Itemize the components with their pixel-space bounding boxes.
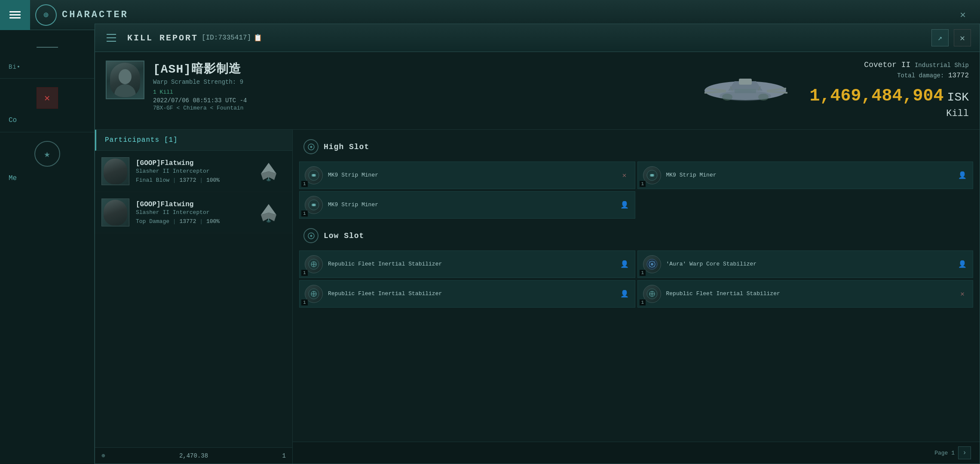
participant-name-1: [GOOP]Flatwing xyxy=(136,159,251,167)
warp-core-icon xyxy=(646,258,658,270)
fit-item-name-high-2: MK9 Strip Miner xyxy=(666,172,955,179)
participant-avatar-2 xyxy=(101,198,129,226)
participant-stats-2: Top Damage | 13772 | 100% xyxy=(136,218,251,225)
avatar-placeholder xyxy=(107,61,144,98)
victim-face xyxy=(110,63,140,97)
svg-point-29 xyxy=(651,174,653,177)
participants-qty: 1 xyxy=(282,452,286,459)
svg-rect-2 xyxy=(739,79,752,85)
svg-point-17 xyxy=(266,179,271,181)
modal-id: [ID:7335417] xyxy=(202,34,251,42)
modal-menu-icon[interactable] xyxy=(104,31,119,46)
kill-info-section: [ASH]暗影制造 Warp Scramble Strength: 9 1 Ki… xyxy=(95,52,980,130)
participant-item-2[interactable]: [GOOP]Flatwing Slasher II Interceptor To… xyxy=(95,192,292,233)
participant-ship-1: Slasher II Interceptor xyxy=(136,168,251,174)
fit-item-high-1[interactable]: 1 MK9 Strip Miner ✕ xyxy=(299,162,635,189)
sidebar-star-button[interactable]: ★ xyxy=(34,141,60,167)
inertial-stab-icon-3 xyxy=(308,288,320,300)
fit-item-action-low-3[interactable]: 👤 xyxy=(619,289,630,299)
participants-list: [GOOP]Flatwing Slasher II Interceptor Fi… xyxy=(95,151,292,447)
high-slot-icon xyxy=(303,139,318,154)
modal-header: KILL REPORT [ID:7335417] 📋 ↗ ✕ xyxy=(95,24,980,52)
character-logo: ⊕ xyxy=(35,4,57,26)
participants-panel: Participants [1] [GOOP]Flatwing Slasher … xyxy=(95,130,293,464)
fit-item-low-4[interactable]: 1 Republic Fleet Inertial Stabilizer ✕ xyxy=(637,280,974,308)
kill-datetime: 2022/07/06 08:51:33 UTC -4 xyxy=(153,97,681,104)
modal-close-button[interactable]: ✕ xyxy=(954,29,971,46)
sidebar-close-button[interactable]: ✕ xyxy=(37,87,58,109)
svg-point-22 xyxy=(266,220,271,223)
modal-export-button[interactable]: ↗ xyxy=(931,29,949,46)
fit-item-name-low-1: Republic Fleet Inertial Stabilizer xyxy=(328,261,617,268)
low-slot-grid: 1 Republic Fleet Inertial Stabilizer 👤 xyxy=(297,250,975,312)
participant-item[interactable]: [GOOP]Flatwing Slasher II Interceptor Fi… xyxy=(95,151,292,192)
inertial-stab-icon-4 xyxy=(646,288,658,300)
kill-outcome-label: Kill xyxy=(810,108,969,119)
kill-count-badge: 1 Kill xyxy=(153,89,681,95)
low-slot-icon xyxy=(303,228,318,243)
svg-point-26 xyxy=(312,174,315,177)
modal-title: KILL REPORT xyxy=(127,33,198,43)
left-sidebar: Bi• ✕ Co ★ Me xyxy=(0,30,95,464)
fit-item-name-high-1: MK9 Strip Miner xyxy=(328,172,617,179)
svg-point-32 xyxy=(312,204,315,206)
hamburger-icon xyxy=(9,9,21,20)
svg-point-10 xyxy=(720,91,771,101)
total-damage-value: 13772 xyxy=(948,72,969,79)
kill-stats: Covetor II Industrial Ship Total damage:… xyxy=(810,61,969,119)
fit-item-action-high-3[interactable]: 👤 xyxy=(619,200,630,210)
isk-value: 1,469,484,904 xyxy=(810,86,944,106)
sidebar-bio-label: Bi• xyxy=(0,60,94,74)
fit-bottom-bar: Page 1 › xyxy=(293,442,980,464)
page-nav: Page 1 › xyxy=(934,446,971,459)
sidebar-menu-icon[interactable] xyxy=(37,39,58,56)
kill-location: 7BX-GF < Chimera < Fountain xyxy=(153,105,681,111)
sidebar-divider xyxy=(0,78,94,79)
participants-title: Participants [1] xyxy=(105,136,178,144)
fit-item-qty-low-2: 1 xyxy=(640,270,646,276)
fit-item-action-high-1[interactable]: ✕ xyxy=(619,170,630,180)
ship-class: Covetor II xyxy=(864,61,910,69)
ship-type: Industrial Ship xyxy=(915,62,969,69)
sidebar-me-label: Me xyxy=(0,171,94,186)
sidebar-divider-2 xyxy=(0,132,94,132)
fit-item-qty-low-3: 1 xyxy=(301,299,308,305)
modal-copy-icon[interactable]: 📋 xyxy=(254,34,262,42)
fit-item-name-low-2: 'Aura' Warp Core Stabilizer xyxy=(666,261,955,268)
slasher-svg-1 xyxy=(253,161,285,182)
fit-item-action-high-2[interactable]: 👤 xyxy=(957,170,968,180)
fit-item-low-3[interactable]: 1 Republic Fleet Inertial Stabilizer 👤 xyxy=(299,280,635,308)
fit-item-action-low-2[interactable]: 👤 xyxy=(957,259,968,269)
fit-item-action-low-1[interactable]: 👤 xyxy=(619,259,630,269)
low-slot-header: Low Slot xyxy=(297,223,975,248)
total-damage-label: Total damage: xyxy=(897,72,944,79)
svg-point-40 xyxy=(651,263,653,266)
app-title: CHARACTER xyxy=(62,9,129,20)
fit-item-high-3[interactable]: 1 MK9 Strip Miner 👤 xyxy=(299,191,635,219)
strip-miner-icon-3 xyxy=(308,199,320,211)
fit-item-qty-high-1: 1 xyxy=(301,181,308,187)
fit-item-high-2[interactable]: 1 MK9 Strip Miner 👤 xyxy=(637,162,974,189)
app-close-button[interactable]: ✕ xyxy=(954,6,971,24)
ship-svg xyxy=(694,65,797,116)
content-split: Participants [1] [GOOP]Flatwing Slasher … xyxy=(95,130,980,464)
fit-item-low-2[interactable]: 1 'Aura' Warp Core Stabilizer 👤 xyxy=(637,250,974,278)
high-slot-grid: 1 MK9 Strip Miner ✕ 1 xyxy=(297,162,975,223)
victim-avatar xyxy=(106,61,144,99)
participant-stats-1: Final Blow | 13772 | 100% xyxy=(136,177,251,183)
kill-report-modal: KILL REPORT [ID:7335417] 📋 ↗ ✕ [ASH]暗影制造… xyxy=(95,24,980,464)
participant-name-2: [GOOP]Flatwing xyxy=(136,201,251,208)
participant-ship-img-2 xyxy=(251,201,286,224)
hamburger-button[interactable] xyxy=(0,0,30,30)
fit-item-name-high-3: MK9 Strip Miner xyxy=(328,201,617,209)
page-next-button[interactable]: › xyxy=(958,446,971,459)
participant-ship-2: Slasher II Interceptor xyxy=(136,209,251,216)
fit-item-action-low-4[interactable]: ✕ xyxy=(957,289,968,299)
participant-ship-img-1 xyxy=(251,159,286,183)
participant-details-1: [GOOP]Flatwing Slasher II Interceptor Fi… xyxy=(136,159,251,183)
fit-item-low-1[interactable]: 1 Republic Fleet Inertial Stabilizer 👤 xyxy=(299,250,635,278)
participant-face-1 xyxy=(104,159,127,184)
victim-subtitle: Warp Scramble Strength: 9 xyxy=(153,79,681,85)
strip-miner-icon-2 xyxy=(646,169,658,181)
participants-header: Participants [1] xyxy=(95,130,292,151)
